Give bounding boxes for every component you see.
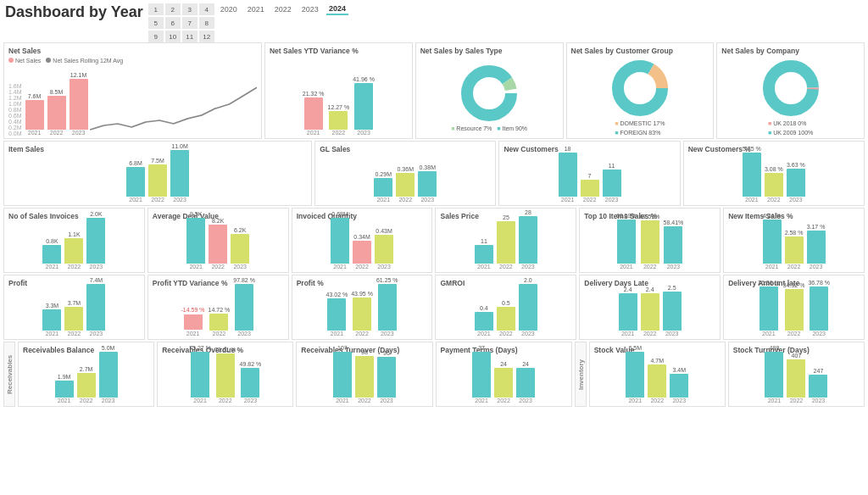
delivery-days-tile: Delivery Days Late 2.42021 2.42022 2.520… [579,275,721,340]
net-sales-bars: 7.6M 2021 8.5M 2022 12.1M 2023 [25,83,88,136]
month-btn-8[interactable]: 8 [199,17,214,29]
year-btn-2022[interactable]: 2022 [272,4,294,14]
ncp-bars: 5.75 % 2021 3.08 % 2022 3.63 % 2023 [743,156,805,203]
month-btn-2[interactable]: 2 [165,3,181,15]
rb-bars: 1.9M2021 2.7M2022 5.0M2023 [55,357,118,403]
year-row[interactable]: 20202021202220232024 [218,3,348,15]
net-sales-customer-title: Net Sales by Customer Group [571,47,709,55]
avg-deal-tile: Average Deal Value 9.5K2021 8.2K2022 6.2… [147,208,289,273]
pytd-bars: -14.59 % 2021 14.72 %2022 97.82 %2023 [181,290,255,336]
ncp-bar-2022: 3.08 % 2022 [765,166,783,203]
month-btn-11[interactable]: 11 [182,31,198,42]
no-sales-invoices-title: No of Sales Invoices [8,212,140,220]
month-btn-9[interactable]: 9 [148,31,164,42]
ncp-bar-2023: 3.63 % 2023 [787,162,805,203]
gl-sales-title: GL Sales [320,145,491,153]
dd-bars: 2.42021 2.42022 2.52023 [619,290,682,336]
sv-bars: 6.5M2021 4.7M2022 3.4M2023 [626,357,688,403]
y-axis: 1.6M1.4M1.2M1.0M0.8M0.6M0.4M0.2M0.0M [8,83,22,136]
svg-point-8 [776,73,806,103]
profit-body: 3.3M2021 3.7M2022 7.4M2023 [8,290,140,336]
gmroi-tile: GMROI 0.42021 0.52022 2.02023 [435,275,576,340]
payment-terms-body: 372021 242022 242023 [441,357,567,403]
ro-bars: 75.27 %2021 73.61 %2022 49.82 %2023 [189,357,261,403]
delivery-days-body: 2.42021 2.42022 2.52023 [584,290,715,336]
item-sales-title: Item Sales [8,145,307,153]
pt-bars: 372021 242022 242023 [472,357,535,403]
profit-ytd-tile: Profit YTD Variance % -14.59 % 2021 14.7… [147,275,289,340]
row1: Item Sales 6.8M 2021 7.5M 2022 [0,141,868,206]
month-grid-2[interactable]: 5678 [148,17,214,29]
customer-legend: ■ DOMESTIC 17% ■ FOREIGN 83% [615,120,665,136]
ncp-bar-2021: 5.75 % 2021 [743,146,761,203]
year-btn-2021[interactable]: 2021 [245,4,267,14]
net-sales-body: 1.6M1.4M1.2M1.0M0.8M0.6M0.4M0.2M0.0M 7.6… [8,65,257,136]
net-sales-company-body: ■ UK 2018 0% ■ UK 2009 100% [721,58,860,136]
net-sales-line [90,83,257,136]
rt-bars: 1072021 982022 962023 [333,357,396,403]
gl-sales-tile: GL Sales 0.29M 2021 0.36M 2022 0.38M [314,141,496,206]
month-btn-3[interactable]: 3 [182,3,198,15]
new-items-tile: New Items Sales % 4.24 %2021 2.58 %2022 … [723,208,865,273]
row3: Profit 3.3M2021 3.7M2022 7.4M2023 Profit… [0,275,868,340]
month-btn-5[interactable]: 5 [148,17,164,29]
svg-point-5 [625,73,655,103]
month-btn-6[interactable]: 6 [165,17,181,29]
dashboard-title: Dashboard by Year [5,3,143,21]
profit-ytd-title: Profit YTD Variance % [153,279,284,287]
receivables-turnover-body: 1072021 982022 962023 [301,357,427,403]
new-customers-pct-tile: New Customers % 5.75 % 2021 3.08 % 2022 … [683,141,865,206]
top10-bars: 69.59%2021 67.51%2022 58.41%2023 [616,223,683,270]
year-btn-2023[interactable]: 2023 [299,4,321,14]
invoiced-qty-title: Invoiced Quantity [297,212,428,220]
item-sales-bars: 6.8M 2021 7.5M 2022 11.0M 2023 [126,156,189,203]
receivables-overdue-tile: Receivables Overdue % 75.27 %2021 73.61 … [157,342,293,407]
profit-bars: 3.3M2021 3.7M2022 7.4M2023 [42,290,105,336]
month-grid[interactable]: 1234 [148,3,214,15]
receivables-balance-tile: Receivables Balance 1.9M2021 2.7M2022 5.… [18,342,154,407]
item-bar-2023: 11.0M 2023 [170,143,189,203]
profit-tile: Profit 3.3M2021 3.7M2022 7.4M2023 [3,275,145,340]
net-sales-ytd-body: 21.32 % 2021 12.27 % 2022 41.96 % 2023 [270,58,408,136]
net-sales-ytd-title: Net Sales YTD Variance % [270,47,408,55]
stock-turnover-body: 4882021 4072022 2472023 [733,357,860,403]
gl-sales-bars: 0.29M 2021 0.36M 2022 0.38M 2023 [374,156,437,203]
sp-bars: 112021 252022 282023 [475,223,537,270]
gmroi-title: GMROI [440,279,571,287]
pp-bars: 43.02 %2021 43.95 %2022 61.25 %2023 [326,290,398,336]
gmroi-body: 0.42021 0.52022 2.02023 [440,290,571,336]
month-btn-4[interactable]: 4 [199,3,214,15]
receivables-turnover-tile: Receivables Turnover (Days) 1072021 9820… [296,342,432,407]
new-customers-pct-title: New Customers % [688,145,860,153]
new-customers-pct-body: 5.75 % 2021 3.08 % 2022 3.63 % 2023 [688,156,860,203]
month-btn-7[interactable]: 7 [182,17,198,29]
year-btn-2020[interactable]: 2020 [218,4,240,14]
month-btn-1[interactable]: 1 [148,3,164,15]
customer-group-donut [609,58,670,119]
row4: Receivables Receivables Balance 1.9M2021… [0,342,868,407]
month-btn-10[interactable]: 10 [165,31,181,42]
company-legend: ■ UK 2018 0% ■ UK 2009 100% [768,120,813,136]
delivery-amount-body: 36.36 %2021 34.32 %2022 36.78 %2023 [728,290,860,336]
row1-spacer: Item Sales 6.8M 2021 7.5M 2022 [3,141,312,206]
inventory-sidebar: Inventory [575,342,587,407]
iq-bars: 0.68M2021 0.34M2022 0.43M2023 [331,223,393,270]
year-btn-2024[interactable]: 2024 [326,3,348,15]
row2: No of Sales Invoices 0.8K2021 1.1K2022 2… [0,208,868,273]
nc-bar-2023: 11 2023 [603,163,621,203]
gmroi-bars: 0.42021 0.52022 2.02023 [475,290,537,336]
gl-bar-2023: 0.38M 2023 [418,164,437,203]
stock-turnover-tile: Stock Turnover (Days) 4882021 4072022 24… [728,342,865,407]
month-btn-12[interactable]: 12 [199,31,214,42]
bar-2021: 7.6M 2021 [25,93,44,136]
gl-sales-body: 0.29M 2021 0.36M 2022 0.38M 2023 [320,156,491,203]
net-sales-legend: Net Sales Net Sales Rolling 12M Avg [8,58,257,64]
profit-pct-tile: Profit % 43.02 %2021 43.95 %2022 61.25 %… [292,275,433,340]
month-grid-3[interactable]: 9101112 [148,31,214,42]
new-customers-title: New Customers [504,145,675,153]
sales-type-legend: ■ Resource 7% ■ Item 90% [451,125,527,131]
top10-tile: Top 10 Items Sales % 69.59%2021 67.51%20… [579,208,721,273]
new-customers-bars: 18 2021 7 2022 11 2023 [559,156,621,203]
item-sales-tile: Item Sales 6.8M 2021 7.5M 2022 [3,141,312,206]
ni-bars: 4.24 %2021 2.58 %2022 3.17 %2023 [763,223,826,270]
